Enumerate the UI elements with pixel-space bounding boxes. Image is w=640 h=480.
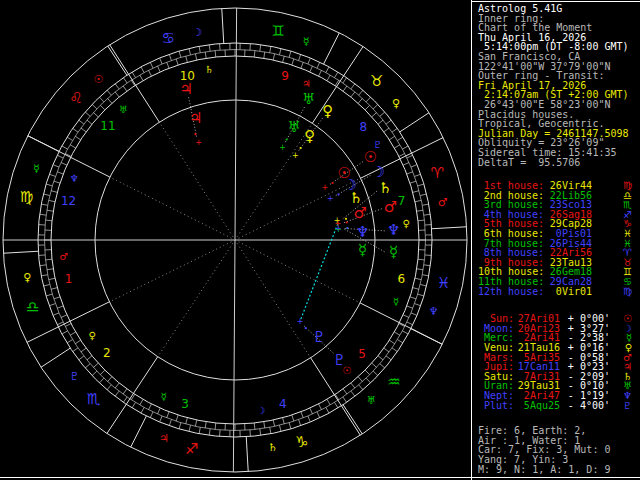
degree-tick — [310, 66, 313, 72]
degree-tick — [158, 66, 161, 72]
degree-tick — [283, 418, 285, 424]
degree-tick — [270, 46, 271, 52]
degree-tick — [67, 137, 73, 140]
degree-tick — [424, 214, 430, 215]
degree-tick — [176, 415, 178, 421]
degree-tick — [160, 58, 162, 64]
degree-marker-moon: + — [327, 194, 334, 203]
degree-tick — [415, 278, 421, 279]
degree-tick — [308, 416, 310, 422]
degree-tick — [123, 78, 127, 83]
degree-tick — [141, 67, 144, 73]
degree-tick — [418, 184, 424, 186]
sign-boundary-line — [3, 251, 38, 253]
degree-tick — [149, 70, 152, 76]
info-sidebar: Astrolog 5.41GInner ring:Chart of the Mo… — [471, 0, 640, 480]
degree-marker-neptune: + — [335, 224, 342, 233]
degree-tick — [299, 54, 301, 60]
house-cusp-line-inner — [235, 240, 360, 303]
element-tally-line: M: 9, N: 1, A: 1, D: 9 — [478, 465, 640, 475]
degree-tick — [380, 364, 385, 368]
degree-tick — [407, 306, 413, 308]
degree-tick — [365, 105, 370, 110]
degree-tick — [403, 163, 409, 166]
degree-tick — [264, 422, 265, 428]
degree-tick — [308, 58, 310, 64]
degree-tick — [40, 265, 46, 266]
degree-tick — [373, 104, 378, 108]
degree-tick — [215, 423, 216, 429]
degree-tick — [132, 402, 135, 408]
degree-tick — [366, 378, 370, 383]
sign-boundary-line — [400, 113, 429, 132]
degree-tick — [209, 429, 210, 435]
transit-planet-glyph-uranus: ♅ — [302, 90, 315, 108]
degree-tick — [199, 427, 200, 433]
degree-tick — [417, 269, 423, 270]
chart-wheel: ♈♂♉♀♊☿♋☽♌☉♍☿♎♀♏♇♐♃♑♄♒♅♓♆1♂2♀3☿4☽5☉6☿7♀8♇… — [0, 0, 471, 480]
degree-tick — [384, 348, 389, 352]
degree-tick — [372, 113, 377, 117]
degree-tick — [410, 181, 416, 183]
degree-tick — [327, 399, 330, 405]
degree-tick — [43, 194, 49, 196]
degree-tick — [57, 172, 63, 174]
degree-tick — [373, 371, 378, 375]
degree-tick — [420, 194, 426, 196]
degree-tick — [123, 389, 127, 394]
degree-tick — [150, 62, 153, 68]
degree-tick — [424, 265, 430, 266]
degree-dot-neptune — [346, 227, 348, 229]
degree-tick — [85, 112, 90, 116]
degree-tick — [380, 112, 385, 116]
sign-ruler-icon-pisces: ♆ — [429, 305, 439, 318]
degree-tick — [351, 92, 355, 97]
degree-tick — [270, 427, 271, 433]
degree-tick — [107, 90, 111, 95]
sign-glyph-cancer: ♋ — [161, 29, 174, 47]
degree-tick — [422, 204, 428, 205]
degree-tick — [343, 86, 347, 91]
degree-tick — [61, 315, 67, 318]
degree-tick — [62, 146, 68, 149]
astrolog-screen: ♈♂♉♀♊☿♋☽♌☉♍☿♎♀♏♇♐♃♑♄♒♅♓♆1♂2♀3☿4☽5☉6☿7♀8♇… — [0, 0, 640, 480]
degree-tick — [100, 105, 105, 110]
sign-boundary-line — [131, 416, 147, 447]
degree-tick — [57, 322, 63, 325]
degree-tick — [343, 397, 347, 402]
degree-tick — [108, 98, 112, 103]
degree-tick — [99, 378, 103, 383]
degree-tick — [140, 399, 143, 405]
degree-tick — [378, 120, 383, 124]
degree-dot-sun — [331, 182, 333, 184]
degree-tick — [415, 200, 421, 201]
degree-tick — [100, 370, 105, 375]
house-number-4: 4 — [279, 397, 287, 411]
degree-tick — [107, 385, 111, 390]
degree-dot-jupiter — [194, 133, 196, 135]
sign-glyph-scorpio: ♏ — [87, 390, 101, 408]
degree-tick — [79, 120, 84, 124]
house-row: 12th house: 0Vir01♍ — [478, 287, 640, 297]
degree-tick — [411, 165, 417, 167]
degree-marker-venus: + — [292, 151, 299, 160]
degree-tick — [250, 430, 251, 436]
chart-info-header: Astrolog 5.41GInner ring:Chart of the Mo… — [478, 4, 640, 167]
degree-marker-jupiter: + — [195, 138, 202, 147]
degree-tick — [301, 62, 303, 68]
house-cusp-list: 1st house:26Vir44♍2nd house:22Lib56♎3rd … — [478, 181, 640, 296]
sign-ruler-icon-gemini: ☿ — [303, 35, 310, 48]
degree-tick — [418, 294, 424, 296]
degree-tick — [141, 407, 144, 413]
degree-tick — [413, 288, 419, 290]
degree-tick — [301, 412, 303, 418]
degree-tick — [279, 48, 281, 54]
degree-tick — [115, 383, 119, 388]
degree-tick — [386, 356, 391, 360]
degree-tick — [215, 51, 216, 57]
house-number-3: 3 — [181, 397, 189, 411]
degree-tick — [108, 377, 112, 382]
house-number-9: 9 — [281, 69, 289, 83]
degree-tick — [260, 45, 261, 51]
degree-tick — [115, 391, 119, 396]
